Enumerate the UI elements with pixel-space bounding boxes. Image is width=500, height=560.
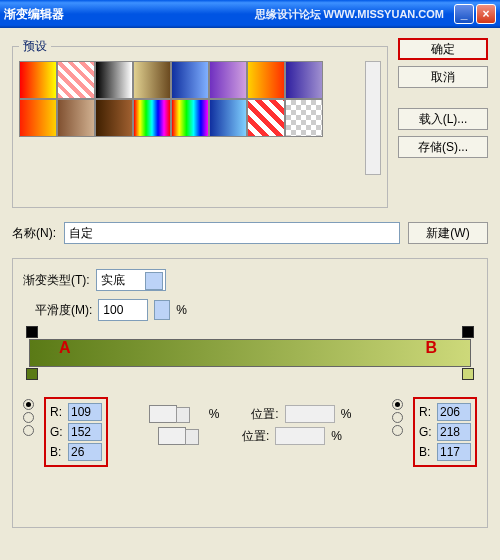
preset-swatch-9[interactable] xyxy=(57,99,95,137)
window-titlebar: 渐变编辑器 思缘设计论坛 WWW.MISSYUAN.COM _ × xyxy=(0,0,500,28)
preset-grid xyxy=(19,61,323,175)
rgb-box-b: R: G: B: xyxy=(413,397,477,467)
radio-r-a[interactable] xyxy=(23,399,34,410)
preset-swatch-10[interactable] xyxy=(95,99,133,137)
preset-swatch-11[interactable] xyxy=(133,99,171,137)
radio-b-a[interactable] xyxy=(23,425,34,436)
preset-scrollbar[interactable] xyxy=(365,61,381,175)
gradient-type-select[interactable]: 实底 xyxy=(96,269,166,291)
cancel-button[interactable]: 取消 xyxy=(398,66,488,88)
b-a-input[interactable] xyxy=(68,443,102,461)
load-button[interactable]: 载入(L)... xyxy=(398,108,488,130)
gradient-type-label: 渐变类型(T): xyxy=(23,272,90,289)
preset-swatch-5[interactable] xyxy=(209,61,247,99)
radio-g-a[interactable] xyxy=(23,412,34,423)
preset-swatch-6[interactable] xyxy=(247,61,285,99)
r-a-input[interactable] xyxy=(68,403,102,421)
smoothness-arrow-icon[interactable] xyxy=(154,300,170,320)
radio-b-b[interactable] xyxy=(392,425,403,436)
opacity-stop-left[interactable] xyxy=(26,326,38,338)
preset-swatch-12[interactable] xyxy=(171,99,209,137)
gradient-bar[interactable] xyxy=(29,339,471,367)
color-stop-right[interactable] xyxy=(462,368,474,380)
radio-r-b[interactable] xyxy=(392,399,403,410)
name-input[interactable] xyxy=(64,222,400,244)
smoothness-unit: % xyxy=(176,303,187,317)
preset-swatch-4[interactable] xyxy=(171,61,209,99)
preset-swatch-1[interactable] xyxy=(57,61,95,99)
color-chip[interactable] xyxy=(158,427,186,445)
annotation-b: B xyxy=(425,339,437,357)
rgb-box-a: R: G: B: xyxy=(44,397,108,467)
preset-swatch-3[interactable] xyxy=(133,61,171,99)
opacity-pos-input[interactable] xyxy=(285,405,335,423)
opacity-chip[interactable] xyxy=(149,405,177,423)
watermark-text: 思缘设计论坛 WWW.MISSYUAN.COM xyxy=(255,7,444,22)
preset-group: 预设 xyxy=(12,38,388,208)
preset-swatch-7[interactable] xyxy=(285,61,323,99)
preset-swatch-0[interactable] xyxy=(19,61,57,99)
save-button[interactable]: 存储(S)... xyxy=(398,136,488,158)
name-label: 名称(N): xyxy=(12,225,56,242)
color-pos-input[interactable] xyxy=(275,427,325,445)
minimize-button[interactable]: _ xyxy=(454,4,474,24)
preset-swatch-13[interactable] xyxy=(209,99,247,137)
preset-swatch-2[interactable] xyxy=(95,61,133,99)
preset-swatch-8[interactable] xyxy=(19,99,57,137)
b-b-input[interactable] xyxy=(437,443,471,461)
new-button[interactable]: 新建(W) xyxy=(408,222,488,244)
annotation-a: A xyxy=(59,339,71,357)
smoothness-label: 平滑度(M): xyxy=(35,302,92,319)
preset-swatch-14[interactable] xyxy=(247,99,285,137)
preset-swatch-15[interactable] xyxy=(285,99,323,137)
r-b-input[interactable] xyxy=(437,403,471,421)
g-b-input[interactable] xyxy=(437,423,471,441)
window-title: 渐变编辑器 xyxy=(4,6,64,23)
ok-button[interactable]: 确定 xyxy=(398,38,488,60)
radio-g-b[interactable] xyxy=(392,412,403,423)
preset-legend: 预设 xyxy=(19,38,51,55)
opacity-stop-right[interactable] xyxy=(462,326,474,338)
smoothness-input[interactable]: 100 xyxy=(98,299,148,321)
g-a-input[interactable] xyxy=(68,423,102,441)
close-button[interactable]: × xyxy=(476,4,496,24)
color-stop-left[interactable] xyxy=(26,368,38,380)
